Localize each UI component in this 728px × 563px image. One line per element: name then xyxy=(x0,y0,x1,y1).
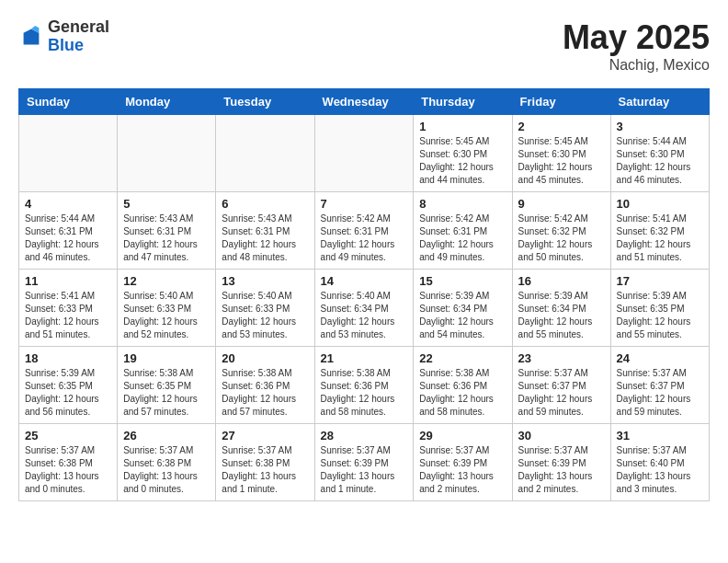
calendar-cell: 3Sunrise: 5:44 AM Sunset: 6:30 PM Daylig… xyxy=(610,115,709,192)
calendar-cell: 18Sunrise: 5:39 AM Sunset: 6:35 PM Dayli… xyxy=(19,347,118,424)
calendar-cell: 13Sunrise: 5:40 AM Sunset: 6:33 PM Dayli… xyxy=(216,270,314,347)
calendar-week-row: 25Sunrise: 5:37 AM Sunset: 6:38 PM Dayli… xyxy=(19,424,710,501)
day-info: Sunrise: 5:42 AM Sunset: 6:32 PM Dayligh… xyxy=(518,213,605,264)
day-number: 18 xyxy=(25,351,111,365)
day-info: Sunrise: 5:45 AM Sunset: 6:30 PM Dayligh… xyxy=(518,135,605,187)
calendar-cell: 1Sunrise: 5:45 AM Sunset: 6:30 PM Daylig… xyxy=(414,115,512,192)
calendar-week-row: 18Sunrise: 5:39 AM Sunset: 6:35 PM Dayli… xyxy=(19,347,710,424)
day-info: Sunrise: 5:37 AM Sunset: 6:40 PM Dayligh… xyxy=(617,444,703,496)
calendar-cell: 5Sunrise: 5:43 AM Sunset: 6:31 PM Daylig… xyxy=(118,192,216,270)
day-info: Sunrise: 5:45 AM Sunset: 6:30 PM Dayligh… xyxy=(419,135,506,187)
calendar-cell: 20Sunrise: 5:38 AM Sunset: 6:36 PM Dayli… xyxy=(216,347,314,424)
day-number: 4 xyxy=(25,197,111,211)
calendar-cell: 31Sunrise: 5:37 AM Sunset: 6:40 PM Dayli… xyxy=(610,424,709,501)
day-info: Sunrise: 5:37 AM Sunset: 6:37 PM Dayligh… xyxy=(518,367,605,419)
column-header-saturday: Saturday xyxy=(610,89,709,115)
day-info: Sunrise: 5:37 AM Sunset: 6:39 PM Dayligh… xyxy=(518,444,605,496)
title-block: May 2025 Nachig, Mexico xyxy=(563,18,710,74)
calendar-cell: 10Sunrise: 5:41 AM Sunset: 6:32 PM Dayli… xyxy=(610,192,709,270)
calendar-week-row: 1Sunrise: 5:45 AM Sunset: 6:30 PM Daylig… xyxy=(19,115,710,192)
day-info: Sunrise: 5:39 AM Sunset: 6:34 PM Dayligh… xyxy=(518,290,605,341)
day-number: 26 xyxy=(123,429,210,442)
day-info: Sunrise: 5:43 AM Sunset: 6:31 PM Dayligh… xyxy=(222,213,308,264)
day-number: 31 xyxy=(617,429,703,442)
calendar-location: Nachig, Mexico xyxy=(563,57,710,74)
day-number: 13 xyxy=(222,274,308,288)
day-number: 3 xyxy=(617,120,703,133)
column-header-sunday: Sunday xyxy=(19,89,118,115)
day-number: 16 xyxy=(518,274,605,288)
day-info: Sunrise: 5:43 AM Sunset: 6:31 PM Dayligh… xyxy=(123,213,210,264)
day-number: 8 xyxy=(419,197,506,211)
calendar-cell: 2Sunrise: 5:45 AM Sunset: 6:30 PM Daylig… xyxy=(512,115,610,192)
day-number: 25 xyxy=(25,429,111,442)
day-info: Sunrise: 5:37 AM Sunset: 6:38 PM Dayligh… xyxy=(123,444,210,496)
column-header-wednesday: Wednesday xyxy=(314,89,414,115)
calendar-cell: 16Sunrise: 5:39 AM Sunset: 6:34 PM Dayli… xyxy=(512,270,610,347)
day-info: Sunrise: 5:38 AM Sunset: 6:36 PM Dayligh… xyxy=(321,367,408,419)
calendar-cell xyxy=(19,115,118,192)
calendar-week-row: 11Sunrise: 5:41 AM Sunset: 6:33 PM Dayli… xyxy=(19,270,710,347)
day-info: Sunrise: 5:37 AM Sunset: 6:38 PM Dayligh… xyxy=(222,444,308,496)
day-number: 17 xyxy=(617,274,703,288)
day-info: Sunrise: 5:38 AM Sunset: 6:35 PM Dayligh… xyxy=(123,367,210,419)
day-info: Sunrise: 5:37 AM Sunset: 6:39 PM Dayligh… xyxy=(321,444,408,496)
day-number: 7 xyxy=(321,197,408,211)
day-number: 20 xyxy=(222,351,308,365)
calendar-cell: 8Sunrise: 5:42 AM Sunset: 6:31 PM Daylig… xyxy=(414,192,512,270)
calendar-cell: 22Sunrise: 5:38 AM Sunset: 6:36 PM Dayli… xyxy=(414,347,512,424)
day-info: Sunrise: 5:40 AM Sunset: 6:33 PM Dayligh… xyxy=(123,290,210,341)
calendar-cell: 25Sunrise: 5:37 AM Sunset: 6:38 PM Dayli… xyxy=(19,424,118,501)
day-number: 22 xyxy=(419,351,506,365)
column-header-tuesday: Tuesday xyxy=(216,89,314,115)
column-header-monday: Monday xyxy=(118,89,216,115)
day-number: 28 xyxy=(321,429,408,442)
calendar-cell: 4Sunrise: 5:44 AM Sunset: 6:31 PM Daylig… xyxy=(19,192,118,270)
day-number: 12 xyxy=(123,274,210,288)
day-number: 6 xyxy=(222,197,308,211)
day-info: Sunrise: 5:44 AM Sunset: 6:30 PM Dayligh… xyxy=(617,135,703,187)
day-number: 30 xyxy=(518,429,605,442)
day-info: Sunrise: 5:38 AM Sunset: 6:36 PM Dayligh… xyxy=(222,367,308,419)
logo-general: General xyxy=(48,17,109,36)
column-header-thursday: Thursday xyxy=(414,89,512,115)
day-info: Sunrise: 5:38 AM Sunset: 6:36 PM Dayligh… xyxy=(419,367,506,419)
day-info: Sunrise: 5:41 AM Sunset: 6:32 PM Dayligh… xyxy=(617,213,703,264)
calendar-week-row: 4Sunrise: 5:44 AM Sunset: 6:31 PM Daylig… xyxy=(19,192,710,270)
calendar-cell: 9Sunrise: 5:42 AM Sunset: 6:32 PM Daylig… xyxy=(512,192,610,270)
calendar-cell: 26Sunrise: 5:37 AM Sunset: 6:38 PM Dayli… xyxy=(118,424,216,501)
day-number: 14 xyxy=(321,274,408,288)
day-info: Sunrise: 5:39 AM Sunset: 6:34 PM Dayligh… xyxy=(419,290,506,341)
calendar-cell: 17Sunrise: 5:39 AM Sunset: 6:35 PM Dayli… xyxy=(610,270,709,347)
day-info: Sunrise: 5:42 AM Sunset: 6:31 PM Dayligh… xyxy=(321,213,408,264)
calendar-cell: 14Sunrise: 5:40 AM Sunset: 6:34 PM Dayli… xyxy=(314,270,414,347)
day-number: 10 xyxy=(617,197,703,211)
calendar-header-row: SundayMondayTuesdayWednesdayThursdayFrid… xyxy=(19,89,710,115)
calendar-cell: 27Sunrise: 5:37 AM Sunset: 6:38 PM Dayli… xyxy=(216,424,314,501)
calendar-cell: 23Sunrise: 5:37 AM Sunset: 6:37 PM Dayli… xyxy=(512,347,610,424)
day-info: Sunrise: 5:40 AM Sunset: 6:33 PM Dayligh… xyxy=(222,290,308,341)
day-info: Sunrise: 5:37 AM Sunset: 6:38 PM Dayligh… xyxy=(25,444,111,496)
day-info: Sunrise: 5:39 AM Sunset: 6:35 PM Dayligh… xyxy=(617,290,703,341)
day-number: 27 xyxy=(222,429,308,442)
day-info: Sunrise: 5:37 AM Sunset: 6:37 PM Dayligh… xyxy=(617,367,703,419)
calendar-cell xyxy=(216,115,314,192)
day-number: 24 xyxy=(617,351,703,365)
day-info: Sunrise: 5:42 AM Sunset: 6:31 PM Dayligh… xyxy=(419,213,506,264)
calendar-cell: 28Sunrise: 5:37 AM Sunset: 6:39 PM Dayli… xyxy=(314,424,414,501)
calendar-cell: 6Sunrise: 5:43 AM Sunset: 6:31 PM Daylig… xyxy=(216,192,314,270)
day-number: 1 xyxy=(419,120,506,133)
day-number: 11 xyxy=(25,274,111,288)
calendar-cell: 30Sunrise: 5:37 AM Sunset: 6:39 PM Dayli… xyxy=(512,424,610,501)
logo-text: General Blue xyxy=(48,18,109,55)
day-number: 21 xyxy=(321,351,408,365)
day-number: 23 xyxy=(518,351,605,365)
calendar-cell: 24Sunrise: 5:37 AM Sunset: 6:37 PM Dayli… xyxy=(610,347,709,424)
calendar-cell xyxy=(314,115,414,192)
day-info: Sunrise: 5:37 AM Sunset: 6:39 PM Dayligh… xyxy=(419,444,506,496)
calendar-cell: 7Sunrise: 5:42 AM Sunset: 6:31 PM Daylig… xyxy=(314,192,414,270)
calendar-cell: 12Sunrise: 5:40 AM Sunset: 6:33 PM Dayli… xyxy=(118,270,216,347)
logo: General Blue xyxy=(18,18,109,55)
calendar-cell: 15Sunrise: 5:39 AM Sunset: 6:34 PM Dayli… xyxy=(414,270,512,347)
page-header: General Blue May 2025 Nachig, Mexico xyxy=(18,18,710,74)
